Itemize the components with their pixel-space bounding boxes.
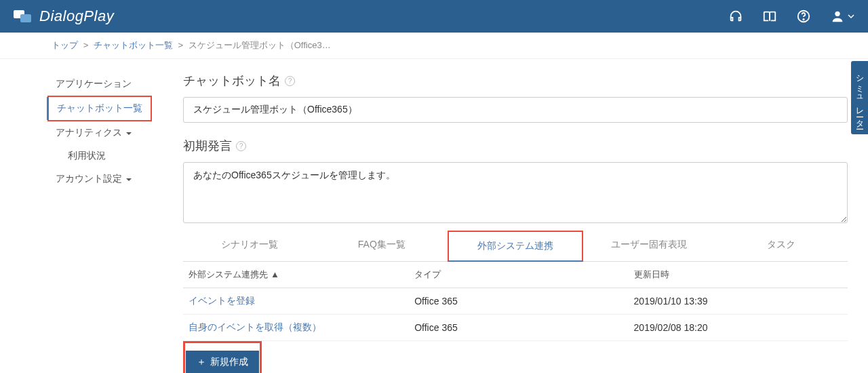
th-type[interactable]: タイプ xyxy=(409,262,628,288)
header-right xyxy=(728,9,854,24)
highlight-box: チャットボット一覧 xyxy=(47,96,152,121)
caret-down-icon xyxy=(125,174,132,184)
row-destination-link[interactable]: イベントを登録 xyxy=(183,288,409,315)
row-updated: 2019/01/10 13:39 xyxy=(629,288,848,315)
plus-icon: ＋ xyxy=(197,356,206,368)
th-label: 外部システム連携先 xyxy=(189,269,268,279)
sidebar-item-analytics[interactable]: アナリティクス xyxy=(47,121,156,144)
headphones-icon[interactable] xyxy=(728,9,743,24)
sidebar-item-usage[interactable]: 利用状況 xyxy=(47,144,156,168)
help-circle-icon[interactable]: ? xyxy=(236,141,246,151)
chatbot-name-input[interactable] xyxy=(183,97,848,123)
create-button[interactable]: ＋ 新規作成 xyxy=(186,351,259,373)
breadcrumb: トップ > チャットボット一覧 > スケジュール管理ボット（Office3… xyxy=(0,33,868,59)
button-label: 新規作成 xyxy=(210,356,248,368)
help-circle-icon[interactable]: ? xyxy=(285,76,295,86)
th-updated[interactable]: 更新日時 xyxy=(629,262,848,288)
external-system-table: 外部システム連携先▲ タイプ 更新日時 イベントを登録 Office 365 2… xyxy=(183,262,848,341)
sidebar-item-label: アカウント設定 xyxy=(56,173,122,185)
user-menu[interactable] xyxy=(830,9,854,24)
sidebar-item-label: アナリティクス xyxy=(56,127,122,139)
breadcrumb-sep: > xyxy=(83,40,89,50)
row-type: Office 365 xyxy=(409,315,628,341)
breadcrumb-top[interactable]: トップ xyxy=(52,40,78,50)
brand-name: DialogPlay xyxy=(39,7,114,25)
label-text: 初期発言 xyxy=(183,138,232,154)
tab-task[interactable]: タスク xyxy=(715,231,848,261)
tab-user-expressions[interactable]: ユーザー固有表現 xyxy=(583,231,715,261)
tab-external-system[interactable]: 外部システム連携 xyxy=(448,231,583,262)
logo-icon xyxy=(14,9,33,24)
sidebar-item-application[interactable]: アプリケーション xyxy=(47,73,156,96)
svg-point-4 xyxy=(835,12,840,16)
sidebar-item-chatbot-list[interactable]: チャットボット一覧 xyxy=(47,97,151,120)
svg-rect-1 xyxy=(20,14,31,22)
table-row: イベントを登録 Office 365 2019/01/10 13:39 xyxy=(183,288,848,315)
breadcrumb-sep: > xyxy=(178,40,183,50)
row-updated: 2019/02/08 18:20 xyxy=(629,315,848,341)
highlight-box: ＋ 新規作成 xyxy=(183,341,262,373)
svg-point-3 xyxy=(803,19,804,20)
header-left: DialogPlay xyxy=(14,7,114,25)
sidebar: アプリケーション チャットボット一覧 アナリティクス 利用状況 アカウント設定 xyxy=(0,73,156,373)
th-destination[interactable]: 外部システム連携先▲ xyxy=(183,262,409,288)
book-icon[interactable] xyxy=(762,9,777,24)
row-destination-link[interactable]: 自身のイベントを取得（複数） xyxy=(183,315,409,341)
tab-faq[interactable]: FAQ集一覧 xyxy=(315,231,448,261)
table-row: 自身のイベントを取得（複数） Office 365 2019/02/08 18:… xyxy=(183,315,848,341)
main-content: チャットボット名 ? 初期発言 ? シナリオ一覧 FAQ集一覧 外部システム連携… xyxy=(156,73,848,373)
initial-utterance-textarea[interactable] xyxy=(183,162,848,223)
sort-up-icon: ▲ xyxy=(271,269,279,279)
label-text: チャットボット名 xyxy=(183,73,281,89)
caret-down-icon xyxy=(125,127,132,138)
chatbot-name-label: チャットボット名 ? xyxy=(183,73,848,89)
sidebar-item-account-settings[interactable]: アカウント設定 xyxy=(47,168,156,191)
simulator-side-tab[interactable]: シミュレーター xyxy=(851,61,868,134)
tab-scenarios[interactable]: シナリオ一覧 xyxy=(183,231,315,261)
tabs: シナリオ一覧 FAQ集一覧 外部システム連携 ユーザー固有表現 タスク xyxy=(183,231,848,262)
help-icon[interactable] xyxy=(796,9,811,24)
initial-utterance-label: 初期発言 ? xyxy=(183,138,848,154)
row-type: Office 365 xyxy=(409,288,628,315)
breadcrumb-current: スケジュール管理ボット（Office3… xyxy=(189,40,331,50)
breadcrumb-chatbot-list[interactable]: チャットボット一覧 xyxy=(94,40,173,50)
app-header: DialogPlay xyxy=(0,0,868,33)
